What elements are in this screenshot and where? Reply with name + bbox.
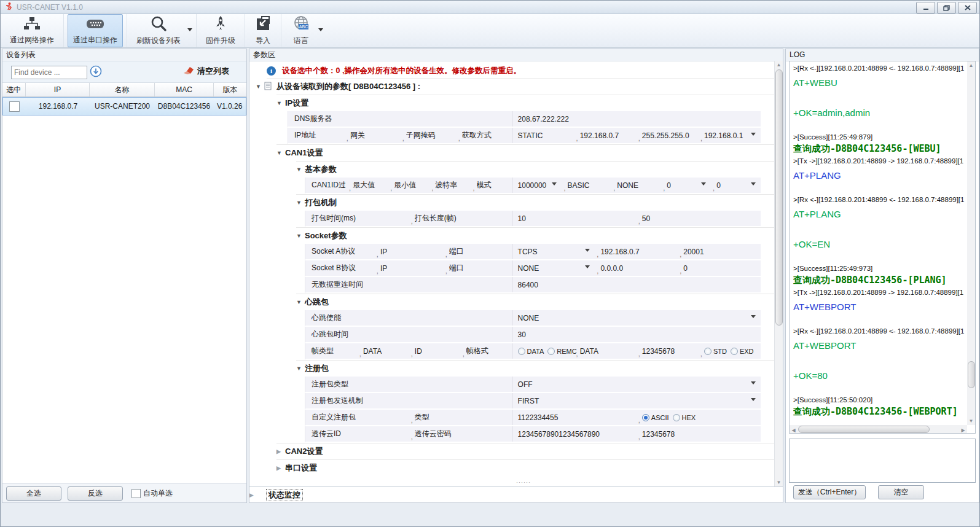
collapse-arrow-icon[interactable]: ▶ (249, 492, 258, 498)
param-value-cell[interactable]: 12345678901234567890 (518, 430, 637, 439)
command-input[interactable] (789, 439, 976, 483)
firmware-upgrade-button[interactable]: 导入 固件升级 (200, 14, 241, 47)
param-value-cell[interactable]: 86400 (518, 281, 761, 289)
device-checkbox[interactable] (9, 101, 20, 112)
param-value-cell[interactable]: 255.255.255.0 (642, 131, 699, 140)
dropdown-arrow-icon[interactable] (751, 182, 756, 188)
dropdown-arrow-icon[interactable] (751, 133, 756, 138)
param-value-cell[interactable]: ASCIIHEX (642, 414, 761, 421)
language-button[interactable]: ABC 语言 (285, 14, 317, 47)
param-value-cell[interactable]: NONE (518, 314, 761, 322)
refresh-device-list-button[interactable]: 刷新设备列表 (131, 14, 186, 47)
expand-arrow-icon[interactable]: ▼ (296, 365, 305, 372)
scroll-up-icon[interactable]: ▲ (775, 61, 783, 69)
expand-arrow-icon[interactable]: ▼ (296, 233, 305, 239)
log-output[interactable]: >[Rx <-][192.168.0.201:48899 <- 192.168.… (789, 61, 976, 434)
radio-hex[interactable] (673, 414, 680, 421)
radio-std[interactable] (704, 348, 711, 355)
refresh-dropdown-arrow-icon[interactable] (187, 28, 192, 34)
minimize-button[interactable] (916, 2, 935, 14)
param-value[interactable]: DATA (580, 347, 598, 356)
param-value[interactable]: 86400 (518, 281, 538, 289)
radio-remc[interactable] (547, 348, 555, 355)
param-value-cell[interactable]: 1000000 (518, 181, 562, 190)
expand-arrow-icon[interactable]: ▼ (296, 299, 305, 305)
scroll-up-icon[interactable]: ▲ (967, 61, 975, 69)
param-value-cell[interactable]: 0 (667, 181, 711, 190)
param-value[interactable]: 10 (518, 214, 526, 223)
status-monitor-bar[interactable]: ▶ 状态监控 (249, 486, 783, 502)
serial-operate-button[interactable]: 通过串口操作 (68, 14, 123, 47)
param-group-expanded[interactable]: ▼注册包 (296, 360, 775, 377)
import-button[interactable]: 导入 (249, 14, 277, 47)
param-value[interactable]: 12345678 (642, 430, 675, 439)
expand-arrow-icon[interactable]: ▼ (276, 150, 285, 156)
collapse-arrow-icon[interactable]: ▶ (276, 448, 285, 455)
scrollbar-thumb[interactable] (798, 426, 930, 433)
dropdown-arrow-icon[interactable] (751, 315, 756, 321)
param-value[interactable]: 255.255.255.0 (642, 131, 689, 140)
param-group-collapsed[interactable]: ▶串口设置 (276, 459, 775, 476)
scroll-right-icon[interactable]: ▶ (959, 426, 967, 434)
device-column-header[interactable]: 名称 (90, 83, 155, 96)
param-value-cell[interactable]: 0.0.0.0 (600, 264, 678, 273)
param-value-cell[interactable]: 0 (683, 264, 761, 273)
device-column-header[interactable]: 版本 (214, 83, 246, 96)
param-value-cell[interactable]: 208.67.222.222 (518, 115, 761, 123)
expand-arrow-icon[interactable]: ▼ (296, 200, 305, 206)
radio-exd[interactable] (731, 348, 738, 355)
param-value-cell[interactable]: DATAREMC (518, 348, 574, 355)
scroll-down-icon[interactable]: ▼ (967, 417, 975, 425)
scrollbar-thumb[interactable] (775, 69, 783, 326)
clear-list-button[interactable]: 清空列表 (182, 65, 229, 77)
param-value[interactable]: 0 (667, 181, 671, 190)
dropdown-arrow-icon[interactable] (552, 182, 557, 188)
param-value-cell[interactable]: 1122334455 (518, 413, 637, 422)
param-group-collapsed[interactable]: ▶CAN2设置 (276, 443, 775, 459)
param-group-expanded[interactable]: ▼打包机制 (296, 194, 775, 211)
device-column-header[interactable]: MAC (155, 83, 214, 96)
collapse-arrow-icon[interactable]: ▶ (276, 465, 285, 471)
dropdown-arrow-icon[interactable] (585, 249, 590, 254)
param-value[interactable]: 12345678 (642, 347, 675, 356)
scroll-down-icon[interactable]: ▼ (775, 478, 783, 486)
param-value[interactable]: 1000000 (518, 181, 547, 190)
expand-arrow-icon[interactable]: ▼ (256, 84, 264, 90)
splitter-handle[interactable]: ······ (516, 479, 531, 485)
invert-selection-button[interactable]: 反选 (68, 486, 123, 501)
param-value[interactable]: 1122334455 (518, 413, 559, 422)
param-value-cell[interactable]: 12345678 (642, 430, 761, 439)
param-value-cell[interactable]: 0 (716, 181, 761, 190)
param-value-cell[interactable]: 30 (518, 330, 761, 339)
param-value[interactable]: 12345678901234567890 (518, 430, 600, 439)
param-value[interactable]: 20001 (683, 248, 704, 256)
clear-log-button[interactable]: 清空 (878, 485, 924, 499)
param-group-expanded[interactable]: ▼CAN1设置 (276, 144, 775, 161)
send-button[interactable]: 发送（Ctrl+Enter） (793, 485, 866, 499)
language-dropdown-arrow-icon[interactable] (318, 28, 323, 34)
dropdown-arrow-icon[interactable] (751, 398, 756, 404)
network-operate-button[interactable]: 通过网络操作 (4, 14, 60, 47)
param-value-cell[interactable]: FIRST (518, 397, 761, 405)
param-value-cell[interactable]: 20001 (683, 248, 761, 256)
param-value-cell[interactable]: OFF (518, 380, 761, 389)
param-value-cell[interactable]: 50 (642, 214, 761, 223)
dropdown-arrow-icon[interactable] (701, 182, 706, 188)
param-value-cell[interactable]: NONE (617, 181, 661, 190)
param-value-cell[interactable]: DATA (580, 347, 637, 356)
expand-arrow-icon[interactable]: ▼ (296, 166, 305, 173)
param-value[interactable]: 192.168.0.7 (600, 248, 639, 256)
param-group-expanded[interactable]: ▼基本参数 (296, 161, 775, 178)
param-value-cell[interactable]: 12345678 (642, 347, 699, 356)
param-value-cell[interactable]: NONE (518, 264, 595, 273)
param-value[interactable]: BASIC (567, 181, 589, 190)
param-root-node[interactable]: ▼从设备读取到的参数[ D8B04C123456 ] : (256, 79, 775, 95)
device-column-header[interactable]: 选中 (2, 83, 26, 96)
param-value-cell[interactable]: STDEXD (704, 348, 761, 355)
device-table-row[interactable]: 192.168.0.7USR-CANET200D8B04C123456V1.0.… (2, 97, 246, 115)
auto-single-checkbox[interactable] (131, 489, 141, 498)
param-value[interactable]: 192.168.0.7 (580, 131, 619, 140)
param-value-cell[interactable]: TCPS (518, 248, 595, 256)
param-value-cell[interactable]: 192.168.0.1 (704, 131, 761, 140)
expand-arrow-icon[interactable]: ▼ (276, 100, 285, 106)
